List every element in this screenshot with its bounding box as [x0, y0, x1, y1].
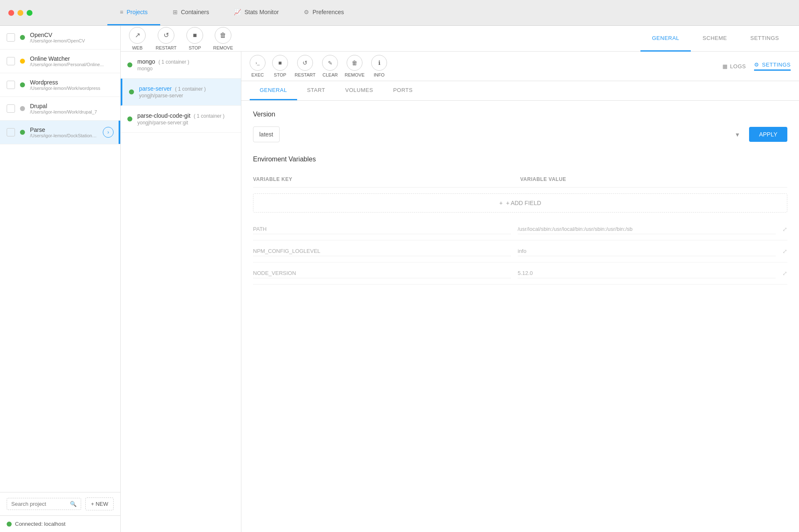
sidebar-footer: 🔍 + NEW: [0, 492, 120, 515]
project-icon-online-watcher: [7, 57, 15, 65]
info-icon: ℹ: [371, 55, 387, 71]
project-icon-opencv: [7, 33, 15, 42]
clear-button[interactable]: ✎ CLEAR: [322, 55, 338, 77]
version-row: latest APPLY: [253, 126, 787, 142]
sub-tab-ports[interactable]: PORTS: [383, 81, 423, 100]
env-key-path[interactable]: [253, 224, 511, 234]
add-field-button[interactable]: + + ADD FIELD: [253, 193, 787, 213]
env-action-path[interactable]: ⤢: [782, 226, 787, 233]
version-select[interactable]: latest: [253, 126, 280, 142]
tab-general-top[interactable]: GENERAL: [640, 26, 691, 52]
status-dot-parse: [20, 130, 25, 135]
tab-projects[interactable]: ≡ Projects: [107, 0, 160, 25]
container-restart-button[interactable]: ↺ RESTART: [295, 55, 315, 77]
container-item-parse-cloud[interactable]: parse-cloud-code-git ( 1 container ) yon…: [121, 106, 241, 133]
connected-bar: Connected: localhost: [0, 515, 120, 532]
search-box[interactable]: 🔍: [7, 498, 81, 510]
minimize-dot[interactable]: [17, 10, 23, 16]
maximize-dot[interactable]: [27, 10, 32, 16]
web-button[interactable]: ↗ WEB: [129, 27, 146, 50]
main-layout: OpenCV /Users/igor-lemon/OpenCV Online W…: [0, 26, 799, 532]
container-remove-button[interactable]: 🗑 REMOVE: [345, 55, 365, 77]
projects-icon: ≡: [120, 9, 123, 15]
env-key-npm[interactable]: [253, 246, 511, 256]
sidebar-item-opencv[interactable]: OpenCV /Users/igor-lemon/OpenCV: [0, 26, 120, 49]
new-project-button[interactable]: + NEW: [85, 497, 114, 510]
sec-toolbar-right: ▦ LOGS ⚙ SETTINGS: [722, 62, 791, 71]
env-variables-section: Enviroment Variables VARIABLE KEY VARIAB…: [253, 156, 787, 285]
container-info-parse-server: parse-server ( 1 container ) yongjh/pars…: [139, 85, 234, 99]
settings-detail-button[interactable]: ⚙ SETTINGS: [754, 62, 791, 71]
sub-tab-volumes[interactable]: VOLUMES: [335, 81, 383, 100]
status-dot-wordpress: [20, 82, 25, 87]
containers-content: mongo ( 1 container ) mongo parse-server…: [121, 52, 799, 532]
container-info-parse-cloud: parse-cloud-code-git ( 1 container ) yon…: [137, 112, 234, 126]
sidebar-item-wordpress[interactable]: Wordpress /Users/igor-lemon/Work/wordpre…: [0, 73, 120, 97]
sidebar-item-info-drupal: Drupal /Users/igor-lemon/Work/drupal_7: [30, 103, 114, 114]
tab-stats-monitor[interactable]: 📈 Stats Monitor: [221, 0, 291, 25]
info-button[interactable]: ℹ INFO: [371, 55, 387, 77]
tab-settings-top[interactable]: SETTINGS: [739, 26, 791, 52]
env-key-node[interactable]: [253, 268, 511, 278]
sub-tab-general[interactable]: GENERAL: [250, 81, 297, 100]
env-action-npm[interactable]: ⤢: [782, 248, 787, 255]
sidebar-item-online-watcher[interactable]: Online Watcher /Users/igor-lemon/Persona…: [0, 49, 120, 73]
version-section: Version latest APPLY: [253, 111, 787, 142]
env-val-path[interactable]: [518, 224, 776, 234]
container-item-parse-server[interactable]: parse-server ( 1 container ) yongjh/pars…: [121, 79, 241, 106]
window-controls: [0, 10, 41, 16]
restart-icon: ↺: [158, 27, 174, 44]
sidebar-item-info-wordpress: Wordpress /Users/igor-lemon/Work/wordpre…: [30, 79, 114, 91]
env-header-row: VARIABLE KEY VARIABLE VALUE: [253, 171, 787, 188]
stop-button[interactable]: ■ STOP: [186, 27, 203, 50]
project-icon-wordpress: [7, 81, 15, 89]
env-row-node: ⤢: [253, 262, 787, 285]
top-right-tabs: GENERAL SCHEME SETTINGS: [640, 26, 791, 52]
detail-content: Version latest APPLY Enviroment: [241, 101, 799, 532]
stats-icon: 📈: [234, 9, 241, 15]
settings-gear-icon: ⚙: [754, 62, 759, 68]
sidebar-item-arrow-parse[interactable]: ›: [103, 127, 114, 138]
container-stop-icon: ■: [272, 55, 288, 71]
container-status-parse-cloud: [127, 116, 132, 121]
status-dot-drupal: [20, 106, 25, 111]
close-dot[interactable]: [8, 10, 14, 16]
env-action-node[interactable]: ⤢: [782, 270, 787, 277]
env-val-npm[interactable]: [518, 246, 776, 256]
restart-button[interactable]: ↺ RESTART: [156, 27, 176, 50]
remove-button[interactable]: 🗑 REMOVE: [213, 27, 233, 50]
container-stop-button[interactable]: ■ STOP: [272, 55, 288, 77]
container-status-mongo: [127, 62, 132, 67]
status-dot-opencv: [20, 35, 25, 40]
secondary-toolbar: ›_ EXEC ■ STOP ↺ RESTART ✎ CLEAR: [241, 52, 799, 81]
sidebar-item-info-online-watcher: Online Watcher /Users/igor-lemon/Persona…: [30, 55, 114, 67]
container-item-mongo[interactable]: mongo ( 1 container ) mongo: [121, 52, 241, 79]
web-icon: ↗: [129, 27, 146, 44]
stop-icon: ■: [186, 27, 203, 44]
status-dot-online-watcher: [20, 59, 25, 64]
logs-button[interactable]: ▦ LOGS: [722, 63, 746, 69]
container-status-parse-server: [129, 89, 134, 94]
sub-tab-start[interactable]: START: [297, 81, 335, 100]
exec-button[interactable]: ›_ EXEC: [250, 55, 266, 77]
tab-containers[interactable]: ⊞ Containers: [160, 0, 222, 25]
clear-icon: ✎: [322, 55, 338, 71]
env-row-path: ⤢: [253, 218, 787, 240]
env-val-node[interactable]: [518, 268, 776, 278]
project-icon-parse: [7, 128, 15, 136]
tab-preferences[interactable]: ⚙ Preferences: [291, 0, 356, 25]
search-icon: 🔍: [70, 501, 77, 507]
sidebar-item-drupal[interactable]: Drupal /Users/igor-lemon/Work/drupal_7: [0, 97, 120, 121]
apply-button[interactable]: APPLY: [749, 127, 787, 142]
sidebar-item-parse[interactable]: Parse /Users/igor-lemon/DockStation/Pa..…: [0, 121, 120, 144]
sidebar: OpenCV /Users/igor-lemon/OpenCV Online W…: [0, 26, 121, 532]
active-indicator: [119, 121, 120, 144]
tab-scheme-top[interactable]: SCHEME: [691, 26, 739, 52]
exec-icon: ›_: [250, 55, 266, 71]
titlebar: ≡ Projects ⊞ Containers 📈 Stats Monitor …: [0, 0, 799, 26]
containers-list: mongo ( 1 container ) mongo parse-server…: [121, 52, 241, 532]
titlebar-tabs: ≡ Projects ⊞ Containers 📈 Stats Monitor …: [107, 0, 356, 25]
sub-tabs: GENERAL START VOLUMES PORTS: [241, 81, 799, 101]
search-input[interactable]: [11, 501, 67, 507]
container-remove-icon: 🗑: [347, 55, 362, 71]
